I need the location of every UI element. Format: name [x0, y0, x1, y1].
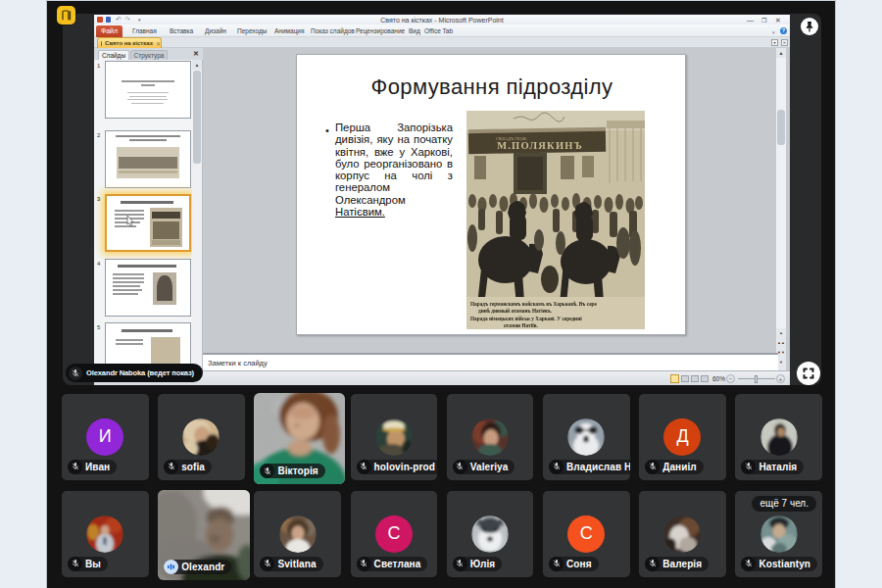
svg-text:СКЛАДЪ ГРАМ.: СКЛАДЪ ГРАМ. [496, 136, 527, 141]
svg-text:Парада німецьких військ у Харк: Парада німецьких військ у Харкові. У сер… [470, 316, 582, 321]
svg-text:М.ПОЛЯКИНЪ: М.ПОЛЯКИНЪ [497, 140, 583, 151]
svg-text:отаман Натіїв.: отаман Натіїв. [504, 322, 539, 328]
svg-text:Парадъ германскимъ войскамъ въ: Парадъ германскимъ войскамъ въ Харьковѣ.… [470, 301, 597, 307]
svg-text:динѣ дивный атаманъ Натіевъ.: динѣ дивный атаманъ Натіевъ. [478, 308, 553, 314]
